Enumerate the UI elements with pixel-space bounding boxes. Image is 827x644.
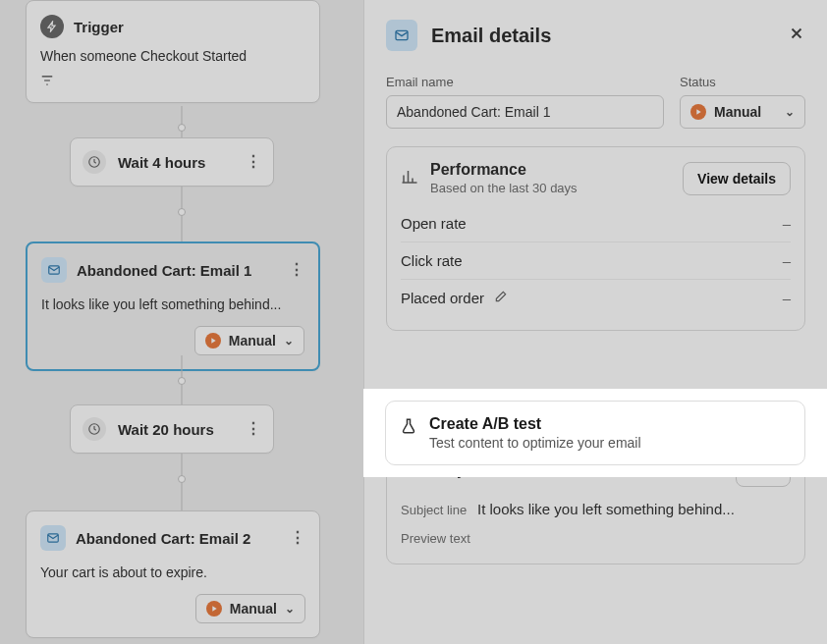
- details-panel: Email details Email name Status Manual ⌄: [363, 0, 827, 644]
- email-icon: [41, 257, 67, 283]
- ab-test-subtitle: Test content to optimize your email: [429, 435, 641, 451]
- status-label: Manual: [229, 333, 276, 349]
- wait-label: Wait 20 hours: [118, 421, 214, 438]
- bar-chart-icon: [401, 168, 418, 189]
- clock-icon: [83, 150, 106, 174]
- flask-icon: [400, 415, 417, 438]
- more-icon[interactable]: ⋮: [246, 154, 261, 170]
- chevron-down-icon: ⌄: [785, 105, 795, 119]
- more-icon[interactable]: ⋮: [246, 421, 261, 437]
- email-preview-text: It looks like you left something behind.…: [41, 296, 304, 312]
- email-status-select[interactable]: Manual ⌄: [195, 594, 305, 623]
- email-status-select[interactable]: Manual ⌄: [194, 326, 304, 355]
- performance-title: Performance: [430, 161, 578, 179]
- email-preview-text: Your cart is about to expire.: [40, 564, 305, 580]
- clock-icon: [83, 417, 106, 441]
- metric-placed-order-value: –: [783, 290, 791, 306]
- more-icon[interactable]: ⋮: [290, 530, 305, 546]
- status-dot-icon: [690, 104, 706, 120]
- metric-click-rate-value: –: [783, 252, 791, 269]
- chevron-down-icon: ⌄: [284, 334, 294, 348]
- email-name-label: Email name: [386, 75, 664, 89]
- flow-add-node[interactable]: [178, 475, 186, 483]
- email-name-input[interactable]: [386, 95, 664, 129]
- status-select[interactable]: Manual ⌄: [680, 95, 805, 129]
- wait-card-2[interactable]: Wait 20 hours ⋮: [70, 404, 274, 454]
- trigger-card[interactable]: Trigger When someone Checkout Started: [26, 0, 320, 103]
- status-dot-icon: [206, 601, 222, 617]
- performance-box: Performance Based on the last 30 days Vi…: [386, 146, 805, 331]
- view-details-button[interactable]: View details: [683, 162, 791, 195]
- subject-line-label: Subject line: [401, 501, 477, 517]
- flow-add-node[interactable]: [178, 377, 186, 385]
- performance-subtitle: Based on the last 30 days: [430, 181, 578, 195]
- more-icon[interactable]: ⋮: [289, 262, 304, 278]
- filter-icon[interactable]: [40, 76, 54, 90]
- ab-test-box[interactable]: Create A/B test Test content to optimize…: [385, 401, 805, 465]
- flow-add-node[interactable]: [178, 124, 186, 132]
- metric-click-rate-label: Click rate: [401, 252, 463, 269]
- chevron-down-icon: ⌄: [285, 602, 295, 616]
- flow-canvas: Trigger When someone Checkout Started Wa…: [0, 0, 363, 644]
- metric-placed-order-label: Placed order: [401, 290, 484, 306]
- email-icon: [40, 525, 66, 551]
- email-card-title: Abandoned Cart: Email 1: [77, 262, 251, 279]
- panel-title: Email details: [431, 25, 551, 47]
- wait-card-1[interactable]: Wait 4 hours ⋮: [70, 137, 274, 187]
- pencil-icon[interactable]: [494, 291, 508, 306]
- wait-label: Wait 4 hours: [118, 154, 205, 171]
- trigger-title: Trigger: [74, 19, 124, 35]
- lightning-icon: [40, 15, 64, 38]
- email-card-2[interactable]: Abandoned Cart: Email 2 ⋮ Your cart is a…: [26, 510, 320, 638]
- status-value: Manual: [714, 104, 761, 120]
- status-label: Manual: [230, 601, 277, 617]
- metric-open-rate-label: Open rate: [401, 215, 467, 232]
- email-icon: [386, 20, 417, 51]
- email-card-title: Abandoned Cart: Email 2: [76, 530, 250, 547]
- flow-add-node[interactable]: [178, 208, 186, 216]
- close-icon[interactable]: [788, 25, 805, 47]
- email-card-1[interactable]: Abandoned Cart: Email 1 ⋮ It looks like …: [26, 242, 320, 371]
- trigger-description: When someone Checkout Started: [40, 48, 305, 64]
- status-dot-icon: [205, 333, 221, 349]
- ab-test-spotlight: Create A/B test Test content to optimize…: [363, 389, 827, 477]
- subject-line-value: It looks like you left something behind.…: [477, 501, 735, 517]
- preview-text-label: Preview text: [401, 529, 477, 546]
- status-field-label: Status: [680, 75, 805, 89]
- ab-test-title: Create A/B test: [429, 415, 641, 433]
- metric-open-rate-value: –: [783, 215, 791, 232]
